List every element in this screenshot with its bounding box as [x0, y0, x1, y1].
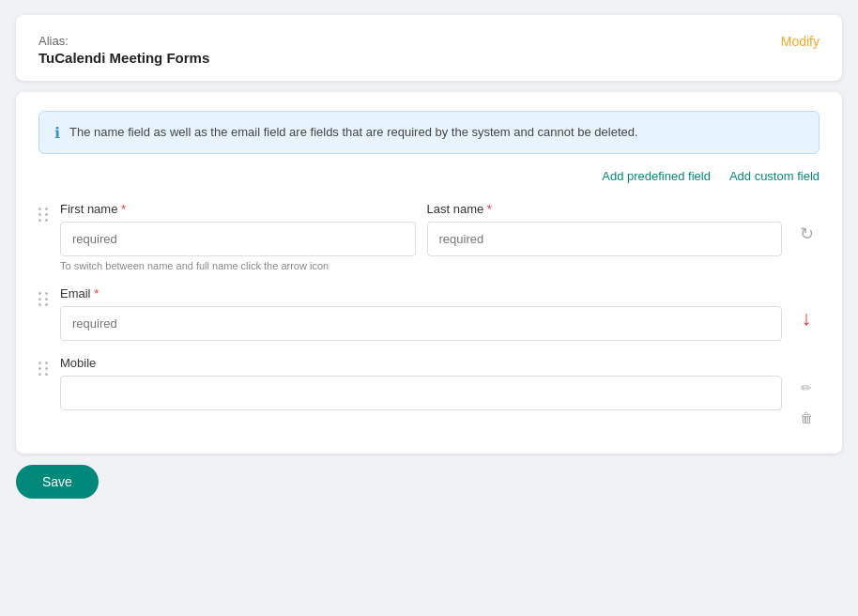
email-field-actions: ↓ — [793, 286, 820, 331]
info-icon: ℹ — [54, 124, 60, 142]
mobile-field-row: Mobile ✏ 🗑 — [38, 356, 820, 431]
drag-handle-first-name[interactable] — [38, 202, 49, 222]
refresh-name-button[interactable]: ↻ — [793, 221, 820, 247]
info-banner-text: The name field as well as the email fiel… — [69, 123, 638, 142]
modify-button[interactable]: Modify — [781, 34, 820, 49]
info-banner: ℹ The name field as well as the email fi… — [38, 111, 820, 154]
alias-value: TuCalendi Meeting Forms — [38, 50, 209, 66]
mobile-field-actions: ✏ 🗑 — [793, 356, 820, 431]
email-field-content: Email * — [60, 286, 782, 341]
email-input[interactable] — [60, 306, 782, 341]
pencil-icon: ✏ — [801, 380, 812, 395]
content-card: ℹ The name field as well as the email fi… — [16, 92, 842, 454]
alias-card: Alias: TuCalendi Meeting Forms Modify — [16, 15, 842, 81]
email-field-row: Email * ↓ — [38, 286, 820, 341]
first-name-field-content: First name * Last name * — [60, 202, 782, 271]
drag-handle-mobile[interactable] — [38, 356, 49, 376]
last-name-label: Last name * — [427, 202, 783, 216]
delete-mobile-button[interactable]: 🗑 — [793, 405, 820, 431]
footer-bar: Save — [16, 454, 842, 502]
move-down-email-button[interactable]: ↓ — [793, 305, 820, 331]
name-switch-hint: To switch between name and full name cli… — [60, 260, 782, 271]
mobile-label: Mobile — [60, 356, 782, 370]
last-name-required-star: * — [487, 202, 492, 216]
email-required-star: * — [94, 286, 99, 300]
drag-handle-email[interactable] — [38, 286, 49, 306]
alias-label: Alias: — [38, 34, 209, 48]
trash-icon: 🗑 — [800, 410, 813, 425]
first-name-input[interactable] — [60, 222, 416, 256]
email-label: Email * — [60, 286, 782, 300]
save-button[interactable]: Save — [16, 465, 99, 499]
edit-mobile-button[interactable]: ✏ — [793, 375, 820, 401]
mobile-input[interactable] — [60, 376, 782, 410]
last-name-input[interactable] — [427, 222, 783, 256]
arrow-down-red-icon: ↓ — [802, 306, 812, 331]
first-name-label: First name * — [60, 202, 416, 216]
actions-row: Add predefined field Add custom field — [38, 169, 820, 183]
first-name-field-actions: ↻ — [793, 202, 820, 247]
fields-container: First name * Last name * — [38, 202, 820, 431]
first-name-field-row: First name * Last name * — [38, 202, 820, 271]
add-custom-field-button[interactable]: Add custom field — [729, 169, 820, 183]
first-name-required-star: * — [121, 202, 126, 216]
add-predefined-field-button[interactable]: Add predefined field — [602, 169, 711, 183]
refresh-icon: ↻ — [800, 223, 814, 244]
mobile-field-content: Mobile — [60, 356, 782, 410]
